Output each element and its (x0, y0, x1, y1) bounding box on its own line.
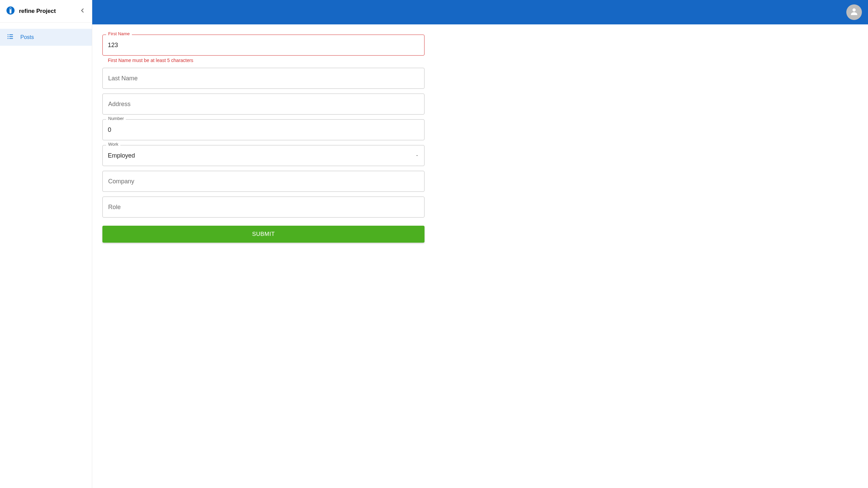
brand-title: refine Project (19, 8, 56, 15)
avatar[interactable] (846, 4, 862, 20)
first-name-input[interactable] (108, 42, 419, 49)
sidebar-header: refine Project (0, 0, 92, 23)
svg-point-3 (7, 34, 8, 35)
role-field: Role (102, 197, 425, 218)
svg-point-7 (7, 38, 8, 39)
company-field: Company (102, 171, 425, 192)
svg-rect-8 (9, 38, 13, 39)
first-name-field: First Name First Name must be at least 5… (102, 35, 425, 63)
sidebar-item-label: Posts (20, 34, 34, 40)
work-field: Work Employed (102, 145, 425, 166)
chevron-left-icon (79, 7, 86, 15)
person-icon (849, 7, 859, 18)
svg-rect-4 (9, 35, 13, 35)
svg-point-9 (852, 8, 855, 12)
submit-button[interactable]: SUBMIT (102, 226, 425, 243)
brand[interactable]: refine Project (6, 6, 56, 16)
collapse-sidebar-button[interactable] (78, 6, 87, 16)
address-input[interactable] (108, 101, 419, 108)
form-content: First Name First Name must be at least 5… (92, 24, 435, 253)
sidebar-nav: Posts (0, 23, 92, 46)
role-input[interactable] (108, 204, 419, 211)
number-input[interactable] (108, 126, 419, 134)
list-icon (7, 33, 14, 42)
chevron-down-icon (415, 154, 419, 158)
work-label: Work (106, 142, 120, 146)
work-select[interactable]: Work Employed (102, 145, 425, 166)
svg-point-5 (7, 36, 8, 37)
work-value: Employed (108, 152, 415, 159)
svg-point-2 (10, 8, 11, 9)
company-input[interactable] (108, 178, 419, 185)
address-field: Address (102, 94, 425, 115)
number-field: Number (102, 119, 425, 140)
refine-logo-icon (6, 6, 15, 16)
svg-rect-6 (9, 36, 13, 37)
last-name-input[interactable] (108, 75, 419, 82)
number-label: Number (106, 116, 126, 121)
sidebar-item-posts[interactable]: Posts (0, 29, 92, 46)
sidebar: refine Project Posts (0, 0, 92, 488)
main: First Name First Name must be at least 5… (92, 0, 868, 488)
last-name-field: Last Name (102, 68, 425, 89)
topbar (92, 0, 868, 24)
first-name-error: First Name must be at least 5 characters (108, 58, 425, 63)
first-name-label: First Name (106, 32, 132, 36)
